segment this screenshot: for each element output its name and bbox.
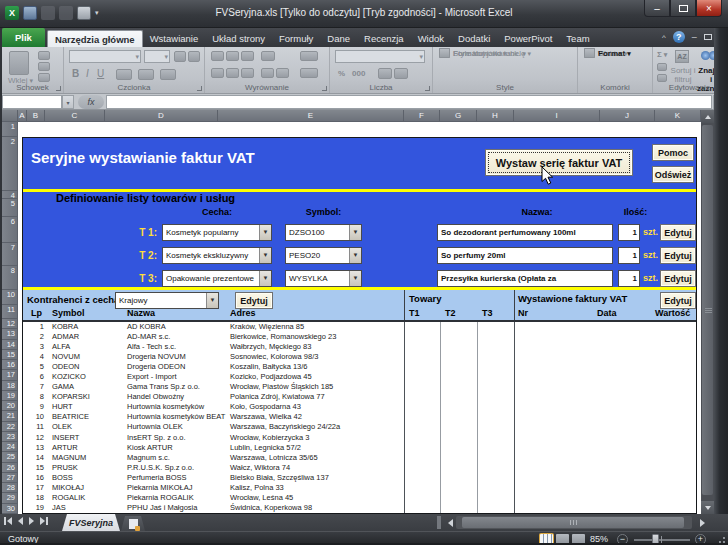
ribbon-tab[interactable]: Dodatki: [451, 30, 497, 47]
ribbon-tab[interactable]: PowerPivot: [497, 30, 559, 47]
first-sheet-icon[interactable]: [4, 517, 12, 525]
column-header[interactable]: H: [477, 110, 514, 122]
chevron-down-icon[interactable]: ▼: [349, 248, 361, 263]
undo-icon[interactable]: [41, 6, 55, 20]
comma-style-icon[interactable]: 000: [352, 69, 365, 78]
row-header[interactable]: 2: [2, 137, 18, 191]
ribbon-tab[interactable]: Dane: [320, 30, 357, 47]
qat-customize-icon[interactable]: ▾: [95, 9, 99, 17]
italic-icon[interactable]: I: [86, 68, 89, 79]
table-row[interactable]: 14 MAGNUM Magnum s.c. Warszawa, Lotnicza…: [23, 453, 696, 463]
ribbon-tab[interactable]: Recenzja: [357, 30, 411, 47]
table-row[interactable]: 3 ALFA Alfa - Tech s.c. Wałbrzych, Męcki…: [23, 342, 696, 352]
chevron-down-icon[interactable]: ▼: [349, 271, 361, 286]
table-row[interactable]: 17 MIKOŁAJ Piekarnia MIKOŁAJ Kalisz, Pol…: [23, 483, 696, 493]
table-row[interactable]: 4 NOVUM Drogeria NOVUM Sosnowiec, Koloro…: [23, 352, 696, 362]
align-middle-icon[interactable]: [226, 51, 239, 61]
alignment-dialog-launcher[interactable]: [322, 86, 327, 91]
merge-center-icon[interactable]: [300, 68, 318, 78]
percent-style-icon[interactable]: %: [338, 69, 345, 78]
symbol-select[interactable]: PESO20▼: [285, 247, 362, 264]
table-row[interactable]: 11 OLEK Hurtownia OLEK Warszawa, Baczyńs…: [23, 422, 696, 432]
chevron-down-icon[interactable]: ▼: [259, 271, 271, 286]
formula-input[interactable]: [106, 95, 712, 109]
horizontal-scroll-thumb[interactable]: [462, 517, 684, 528]
increase-indent-icon[interactable]: [276, 68, 289, 78]
vertical-scrollbar[interactable]: [701, 110, 714, 514]
name-box[interactable]: [2, 95, 62, 109]
refresh-button[interactable]: Odśwież: [652, 166, 694, 183]
shrink-font-icon[interactable]: [188, 51, 200, 62]
ribbon-tab[interactable]: Formuły: [272, 30, 320, 47]
ribbon-tab[interactable]: Układ strony: [205, 30, 272, 47]
grow-font-icon[interactable]: [174, 51, 186, 62]
cecha-select[interactable]: Kosmetyk popularny▼: [162, 224, 272, 241]
save-icon[interactable]: [23, 6, 37, 20]
symbol-select[interactable]: WYSYLKA▼: [285, 270, 362, 287]
last-sheet-icon[interactable]: [40, 517, 48, 525]
format-painter-icon[interactable]: [38, 73, 50, 82]
scroll-down-icon[interactable]: [701, 501, 714, 514]
font-name-combo[interactable]: [69, 50, 141, 63]
table-row[interactable]: 13 ARTUR Kiosk ARTUR Lublin, Legnicka 57…: [23, 443, 696, 453]
row-header[interactable]: 17: [2, 370, 18, 380]
row-header[interactable]: 24: [2, 442, 18, 452]
row-header[interactable]: 12: [2, 319, 18, 329]
row-header[interactable]: 28: [2, 483, 18, 493]
font-dialog-launcher[interactable]: [197, 86, 202, 91]
sheet-tab-active[interactable]: FVSeryjna: [62, 514, 120, 531]
column-header[interactable]: A: [18, 110, 27, 122]
nazwa-field[interactable]: Przesyłka kurierska (Opłata za: [437, 270, 613, 287]
select-all-corner[interactable]: [2, 110, 18, 122]
row-header[interactable]: 7: [2, 243, 18, 266]
table-row[interactable]: 15 PRUSK P.R.U.S.K. Sp.z o.o. Wałcz, Wik…: [23, 463, 696, 473]
ilosc-field[interactable]: 1: [618, 247, 640, 264]
borders-icon[interactable]: [116, 69, 132, 80]
scroll-right-icon[interactable]: [696, 517, 708, 528]
table-row[interactable]: 18 ROGALIK Piekarnia ROGALIK Wrocław, Le…: [23, 493, 696, 503]
column-header[interactable]: J: [600, 110, 655, 122]
row-header[interactable]: 26: [2, 463, 18, 473]
ribbon-tab[interactable]: Wstawianie: [143, 30, 206, 47]
row-header[interactable]: 20: [2, 401, 18, 411]
edit-product-button[interactable]: Edytuj: [660, 247, 696, 264]
insert-worksheet-tab[interactable]: [121, 516, 145, 531]
row-header[interactable]: 19: [2, 391, 18, 401]
help-button[interactable]: Pomoc: [652, 144, 694, 161]
font-color-icon[interactable]: [160, 69, 176, 80]
style-menu-item[interactable]: Style komórki: [439, 47, 574, 59]
clear-icon[interactable]: [657, 74, 667, 82]
row-header[interactable]: 14: [2, 340, 18, 350]
insert-function-button[interactable]: fx: [78, 95, 104, 109]
ribbon-tab[interactable]: Team: [559, 30, 596, 47]
row-header[interactable]: 25: [2, 452, 18, 462]
cecha-select[interactable]: Kosmetyk ekskluzywny▼: [162, 247, 272, 264]
copy-icon[interactable]: [38, 62, 50, 71]
align-top-icon[interactable]: [211, 51, 224, 61]
print-preview-icon[interactable]: [77, 6, 91, 20]
align-right-icon[interactable]: [241, 68, 254, 78]
nazwa-field[interactable]: So dezodorant perfumowany 100ml: [437, 224, 613, 241]
table-row[interactable]: 6 KOZICKO Export - Import Kozicko, Podja…: [23, 372, 696, 382]
fill-color-icon[interactable]: [138, 69, 154, 80]
decrease-indent-icon[interactable]: [261, 68, 274, 78]
resize-grip[interactable]: [715, 533, 725, 543]
column-header[interactable]: F: [404, 110, 440, 122]
align-center-icon[interactable]: [226, 68, 239, 78]
row-header[interactable]: 4: [2, 191, 18, 199]
column-header[interactable]: E: [218, 110, 404, 122]
tab-file[interactable]: Plik: [2, 28, 45, 47]
help-icon[interactable]: ?: [673, 31, 685, 43]
zoom-slider-track[interactable]: [634, 539, 690, 541]
row-header[interactable]: 29: [2, 493, 18, 503]
minimize-button[interactable]: –: [644, 0, 670, 17]
align-bottom-icon[interactable]: [241, 51, 254, 61]
row-header[interactable]: 5: [2, 199, 18, 217]
row-header[interactable]: 21: [2, 411, 18, 421]
row-header[interactable]: 18: [2, 381, 18, 391]
doc-minimize-icon[interactable]: –: [692, 32, 697, 42]
bold-icon[interactable]: B: [72, 68, 79, 79]
chevron-down-icon[interactable]: ▼: [206, 293, 218, 308]
edit-product-button[interactable]: Edytuj: [660, 224, 696, 241]
clipboard-dialog-launcher[interactable]: [56, 86, 61, 91]
